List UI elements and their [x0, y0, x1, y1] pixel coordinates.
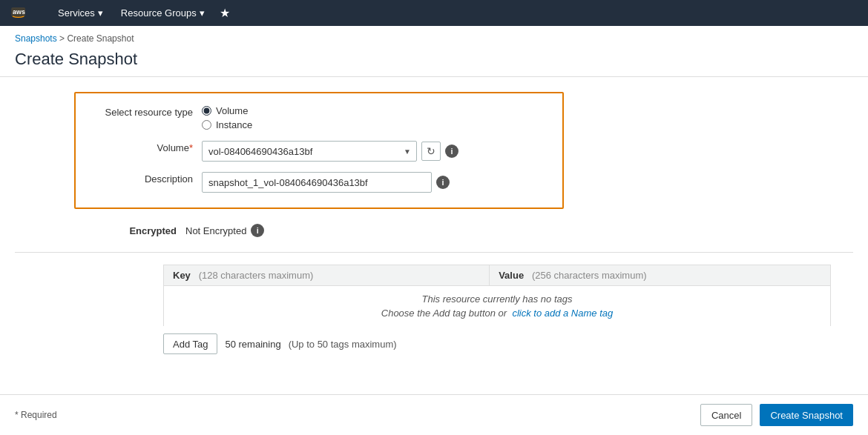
volume-select[interactable]: vol-084064690436a13bf: [202, 141, 417, 162]
instance-radio-option[interactable]: Instance: [202, 119, 252, 130]
description-input[interactable]: [202, 172, 432, 193]
resource-groups-label: Resource Groups: [121, 7, 197, 19]
encrypted-value: Not Encrypted: [185, 225, 246, 236]
key-column-header: Key (128 characters maximum): [164, 265, 490, 286]
resource-form-section: Select resource type Volume Instance Vol…: [74, 92, 564, 209]
services-chevron-icon: ▾: [98, 7, 103, 19]
volume-radio-label: Volume: [216, 105, 248, 116]
add-name-tag-hint: Choose the Add tag button or click to ad…: [171, 308, 823, 319]
key-placeholder: (128 characters maximum): [199, 270, 314, 281]
tags-section: Key (128 characters maximum) Value (256 …: [15, 265, 853, 354]
resource-groups-menu[interactable]: Resource Groups ▾: [112, 0, 214, 26]
value-column-header: Value (256 characters maximum): [490, 265, 831, 286]
tags-header-row: Key (128 characters maximum) Value (256 …: [164, 265, 831, 286]
encrypted-info-icon[interactable]: i: [251, 224, 264, 237]
value-header-label: Value: [499, 270, 524, 281]
no-tags-message: This resource currently has no tags: [171, 293, 823, 305]
add-tag-button[interactable]: Add Tag: [163, 333, 217, 354]
volume-label: Volume: [91, 141, 202, 153]
volume-row: Volume vol-084064690436a13bf ↻ i: [91, 141, 548, 162]
volume-radio-option[interactable]: Volume: [202, 105, 252, 116]
breadcrumb: Snapshots > Create Snapshot: [0, 26, 868, 47]
description-info-icon[interactable]: i: [436, 176, 450, 189]
favorites-star-icon[interactable]: ★: [214, 0, 236, 26]
resource-type-row: Select resource type Volume Instance: [91, 105, 548, 130]
no-tags-row: This resource currently has no tags Choo…: [164, 286, 831, 327]
add-name-tag-link[interactable]: click to add a Name tag: [512, 308, 613, 319]
breadcrumb-separator: >: [57, 33, 68, 44]
svg-text:aws: aws: [13, 7, 25, 15]
encrypted-row: Encrypted Not Encrypted i: [74, 224, 853, 237]
volume-info-icon[interactable]: i: [445, 145, 458, 158]
description-label: Description: [91, 172, 202, 185]
navbar: aws Services ▾ Resource Groups ▾ ★: [0, 0, 868, 26]
volume-controls: vol-084064690436a13bf ↻ i: [202, 141, 548, 162]
tags-remaining: 50 remaining: [225, 339, 280, 350]
instance-radio-input[interactable]: [202, 120, 211, 130]
key-header-label: Key: [173, 270, 191, 281]
tags-table: Key (128 characters maximum) Value (256 …: [163, 265, 831, 326]
breadcrumb-snapshots-link[interactable]: Snapshots: [15, 33, 57, 44]
resource-type-label: Select resource type: [91, 105, 202, 118]
section-divider: [15, 252, 853, 253]
instance-radio-label: Instance: [216, 119, 252, 130]
no-tags-cell: This resource currently has no tags Choo…: [164, 286, 831, 327]
resource-groups-chevron-icon: ▾: [200, 7, 205, 19]
volume-select-wrapper: vol-084064690436a13bf: [202, 141, 417, 162]
encrypted-label: Encrypted: [74, 225, 185, 236]
services-label: Services: [58, 7, 95, 19]
resource-type-controls: Volume Instance: [202, 105, 548, 130]
value-placeholder: (256 characters maximum): [532, 270, 647, 281]
description-row: Description i: [91, 172, 548, 193]
breadcrumb-current: Create Snapshot: [67, 33, 134, 44]
page-title: Create Snapshot: [0, 47, 868, 77]
main-content: Select resource type Volume Instance Vol…: [0, 77, 868, 369]
description-controls: i: [202, 172, 548, 193]
tags-max-note: (Up to 50 tags maximum): [289, 339, 397, 350]
services-menu[interactable]: Services ▾: [49, 0, 112, 26]
add-tag-row: Add Tag 50 remaining (Up to 50 tags maxi…: [163, 333, 853, 354]
volume-radio-input[interactable]: [202, 106, 211, 116]
volume-refresh-button[interactable]: ↻: [421, 142, 441, 161]
aws-logo-container[interactable]: aws: [9, 4, 37, 22]
resource-type-radio-group: Volume Instance: [202, 105, 252, 130]
add-tag-hint-text: Choose the Add tag button or: [381, 308, 507, 319]
